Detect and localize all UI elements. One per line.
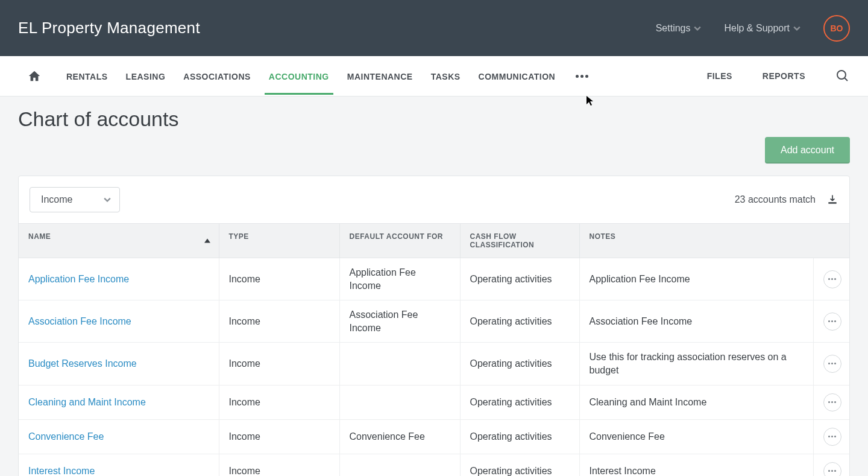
col-header-type[interactable]: TYPE [219, 224, 339, 258]
col-header-default[interactable]: DEFAULT ACCOUNT FOR [339, 224, 460, 258]
row-actions-button[interactable] [823, 355, 841, 373]
help-menu[interactable]: Help & Support [724, 23, 800, 34]
tab-rentals[interactable]: RENTALS [66, 59, 108, 94]
tab-tasks[interactable]: TASKS [431, 59, 461, 94]
cell-default-for: Application Fee Income [339, 258, 460, 300]
cell-notes: Interest Income [579, 454, 813, 476]
cell-default-for: Convenience Fee [339, 419, 460, 454]
cell-type: Income [219, 454, 339, 476]
home-icon[interactable] [28, 69, 41, 83]
tab-communication[interactable]: COMMUNICATION [479, 59, 556, 94]
cell-type: Income [219, 258, 339, 300]
tab-files[interactable]: FILES [707, 58, 732, 94]
cell-default-for [339, 385, 460, 419]
cell-cashflow: Operating activities [460, 300, 579, 343]
cell-type: Income [219, 343, 339, 385]
avatar[interactable]: BO [823, 15, 850, 42]
sort-asc-icon [204, 239, 210, 243]
tab-reports[interactable]: REPORTS [763, 58, 805, 94]
avatar-initials: BO [831, 24, 843, 33]
account-name-link[interactable]: Interest Income [28, 466, 95, 476]
nav-right: FILES REPORTS [707, 58, 850, 94]
cell-default-for [339, 454, 460, 476]
cell-default-for: Association Fee Income [339, 300, 460, 343]
cell-cashflow: Operating activities [460, 385, 579, 419]
cell-cashflow: Operating activities [460, 454, 579, 476]
table-row: Application Fee IncomeIncomeApplication … [19, 258, 849, 300]
tab-accounting[interactable]: ACCOUNTING [269, 59, 329, 94]
col-header-notes[interactable]: NOTES [579, 224, 849, 258]
row-actions-button[interactable] [823, 393, 841, 411]
table-row: Convenience FeeIncomeConvenience FeeOper… [19, 419, 849, 454]
account-name-link[interactable]: Cleaning and Maint Income [28, 397, 146, 407]
cell-type: Income [219, 419, 339, 454]
svg-line-1 [844, 78, 848, 81]
cell-notes: Use this for tracking association reserv… [579, 343, 813, 385]
add-account-button[interactable]: Add account [765, 137, 850, 163]
account-name-link[interactable]: Convenience Fee [28, 431, 104, 442]
account-name-link[interactable]: Association Fee Income [28, 316, 131, 326]
page-actions: Add account [18, 137, 850, 163]
cell-notes: Cleaning and Maint Income [579, 385, 813, 419]
match-count: 23 accounts match [735, 194, 816, 205]
tab-associations[interactable]: ASSOCIATIONS [183, 59, 251, 94]
cell-notes: Convenience Fee [579, 419, 813, 454]
card-toolbar-right: 23 accounts match [735, 194, 838, 206]
cell-cashflow: Operating activities [460, 343, 579, 385]
download-icon[interactable] [826, 194, 838, 206]
accounts-table: NAME TYPE DEFAULT ACCOUNT FOR CASH FLOW … [19, 223, 849, 476]
row-actions-button[interactable] [823, 462, 841, 476]
row-actions-button[interactable] [823, 428, 841, 446]
table-row: Budget Reserves IncomeIncomeOperating ac… [19, 343, 849, 385]
cell-notes: Association Fee Income [579, 300, 813, 343]
chevron-down-icon [694, 25, 701, 32]
chevron-down-icon [793, 25, 800, 32]
card-toolbar: Income 23 accounts match [19, 176, 849, 223]
table-row: Association Fee IncomeIncomeAssociation … [19, 300, 849, 343]
settings-label: Settings [656, 23, 691, 34]
tab-maintenance[interactable]: MAINTENANCE [347, 59, 413, 94]
nav-more-button[interactable] [573, 72, 591, 80]
cell-type: Income [219, 385, 339, 419]
chevron-down-icon [104, 196, 111, 203]
header-right: Settings Help & Support BO [656, 15, 850, 42]
account-name-link[interactable]: Budget Reserves Income [28, 358, 137, 369]
accounts-card: Income 23 accounts match NAME [18, 176, 850, 476]
svg-rect-2 [828, 202, 836, 204]
brand-title: EL Property Management [18, 19, 656, 37]
cell-default-for [339, 343, 460, 385]
search-icon[interactable] [835, 69, 850, 83]
help-label: Help & Support [724, 23, 790, 34]
account-name-link[interactable]: Application Fee Income [28, 274, 129, 284]
row-actions-button[interactable] [823, 270, 841, 288]
app-header: EL Property Management Settings Help & S… [0, 0, 868, 56]
page-title: Chart of accounts [18, 107, 850, 131]
settings-menu[interactable]: Settings [656, 23, 702, 34]
cell-type: Income [219, 300, 339, 343]
col-header-name[interactable]: NAME [19, 224, 219, 258]
tab-leasing[interactable]: LEASING [126, 59, 166, 94]
table-row: Cleaning and Maint IncomeIncomeOperating… [19, 385, 849, 419]
cell-cashflow: Operating activities [460, 258, 579, 300]
type-filter-select[interactable]: Income [30, 187, 120, 212]
col-header-cashflow[interactable]: CASH FLOW CLASSIFICATION [460, 224, 579, 258]
cell-notes: Application Fee Income [579, 258, 813, 300]
svg-point-0 [837, 71, 846, 79]
cell-cashflow: Operating activities [460, 419, 579, 454]
table-row: Interest IncomeIncomeOperating activitie… [19, 454, 849, 476]
type-filter-value: Income [41, 194, 72, 205]
page-body: Chart of accounts Add account Income 23 … [0, 97, 868, 476]
row-actions-button[interactable] [823, 313, 841, 331]
nav-tabs: RENTALS LEASING ASSOCIATIONS ACCOUNTING … [66, 59, 689, 94]
main-nav: RENTALS LEASING ASSOCIATIONS ACCOUNTING … [0, 56, 868, 97]
